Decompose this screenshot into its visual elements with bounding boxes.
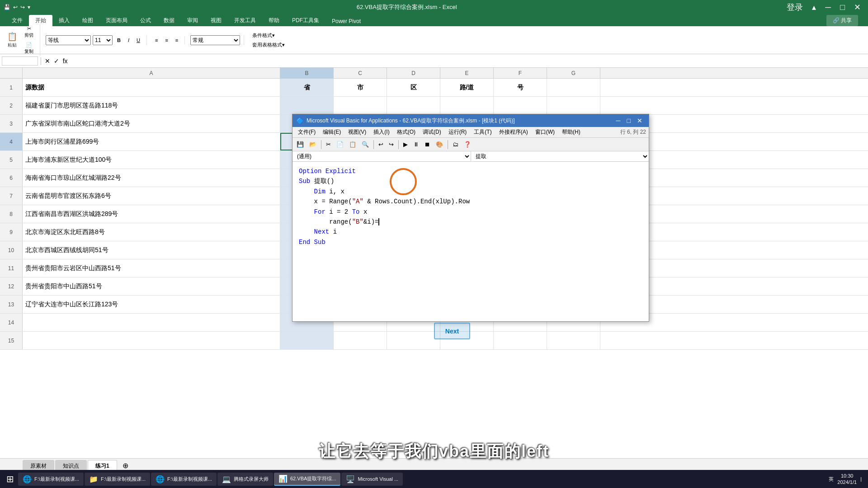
cut-button[interactable]: ✂剪切 [22,24,36,40]
maximize-button[interactable]: □ [836,2,849,13]
cell-d2[interactable] [387,97,440,114]
cell-g1[interactable] [547,79,600,96]
vba-code-area[interactable]: Option Explicit Sub 提取() Dim i, x x = Ra… [292,162,649,321]
cell-e2[interactable] [440,97,494,114]
cell-b15[interactable] [280,332,334,349]
vba-tool-copy[interactable]: 📄 [334,140,346,149]
cell-c1[interactable]: 市 [334,79,387,96]
taskbar-app-2[interactable]: 📁 F:\最新录制视频课... [85,473,150,486]
vba-menu-edit[interactable]: 编辑(E) [320,127,344,137]
close-button[interactable]: ✕ [850,1,864,13]
tab-pdf[interactable]: PDF工具集 [286,15,326,26]
vba-menu-tools[interactable]: 工具(T) [471,127,494,137]
align-right-button[interactable]: ≡ [173,36,181,44]
cell-a6[interactable]: 海南省海口市琼山区红城湖路22号 [23,169,280,187]
vba-module-select[interactable]: (通用) [292,151,471,161]
vba-proc-select[interactable]: 提取 [471,151,649,161]
taskbar-app-6[interactable]: 🖥️ Microsoft Visual ... [341,473,403,486]
cell-e1[interactable]: 路/道 [440,79,494,96]
italic-button[interactable]: I [125,36,132,44]
vba-maximize-button[interactable]: □ [624,117,633,125]
tray-show-desktop[interactable]: | [860,476,862,482]
cell-a5[interactable]: 上海市浦东新区世纪大道100号 [23,151,280,169]
vba-tool-undo[interactable]: ↩ [376,140,386,149]
tab-insert[interactable]: 插入 [52,15,76,26]
vba-tool-save[interactable]: 💾 [294,140,306,149]
vba-menu-format[interactable]: 格式(O) [394,127,418,137]
cell-a7[interactable]: 云南省昆明市官渡区拓东路6号 [23,187,280,205]
cell-a11[interactable]: 贵州省贵阳市云岩区中山西路51号 [23,259,280,277]
tab-page-layout[interactable]: 页面布局 [99,15,134,26]
font-family-select[interactable]: 等线 [46,35,91,45]
vba-close-button[interactable]: ✕ [634,117,645,125]
vba-menu-addins[interactable]: 外接程序(A) [496,127,531,137]
conditional-format-button[interactable]: 条件格式▾ [250,31,278,40]
align-center-button[interactable]: ≡ [162,36,170,44]
excel-save-icon[interactable]: 💾 [4,4,10,10]
taskbar-app-4[interactable]: 💻 腾格式录屏大师 [217,473,273,486]
cell-a2[interactable]: 福建省厦门市思明区莲岳路118号 [23,97,280,114]
copy-button[interactable]: 📄复制 [22,41,36,56]
undo-icon[interactable]: ↩ [13,4,18,10]
cell-a13[interactable]: 辽宁省大连市中山区长江路123号 [23,296,280,313]
cell-a14[interactable] [23,314,280,331]
tab-developer[interactable]: 开发工具 [228,15,262,26]
tab-view[interactable]: 视图 [204,15,228,26]
cell-d1[interactable]: 区 [387,79,440,96]
cell-a3[interactable]: 广东省深圳市南山区蛇口港湾大道2号 [23,115,280,132]
tray-lang[interactable]: 英 [829,476,834,483]
col-header-g[interactable]: G [547,68,600,79]
col-header-d[interactable]: D [387,68,440,79]
tab-power-pivot[interactable]: Power Pivot [326,16,367,26]
formula-input[interactable] [71,57,866,65]
taskbar-app-5[interactable]: 📊 62.VBA提取字符综... [274,473,340,486]
bold-button[interactable]: B [114,36,123,44]
taskbar-app-3[interactable]: 🌐 F:\最新录制视频课... [151,473,217,486]
cell-a15[interactable] [23,332,280,349]
insert-function-button[interactable]: fx [62,56,69,66]
tab-data[interactable]: 数据 [157,15,181,26]
vba-tool-help[interactable]: ❓ [462,140,473,149]
vba-tool-run[interactable]: ▶ [401,140,410,149]
tab-help[interactable]: 帮助 [262,15,286,26]
cell-a4[interactable]: 上海市闵行区浦星路699号 [23,133,280,150]
vba-menu-help[interactable]: 帮助(H) [559,127,583,137]
cancel-formula-button[interactable]: ✕ [44,56,51,66]
cell-c2[interactable] [334,97,387,114]
vba-tool-redo[interactable]: ↪ [387,140,396,149]
vba-tool-open[interactable]: 📂 [307,140,319,149]
confirm-formula-button[interactable]: ✓ [53,56,60,66]
vba-tool-find[interactable]: 🔍 [359,140,371,149]
align-left-button[interactable]: ≡ [152,36,160,44]
font-size-select[interactable]: 11 [93,35,113,45]
vba-tool-paste[interactable]: 📋 [347,140,359,149]
vba-tool-reset[interactable]: ⏹ [422,140,433,149]
vba-menu-view[interactable]: 视图(V) [345,127,369,137]
col-header-b[interactable]: B [280,68,334,79]
vba-tool-cut[interactable]: ✂ [324,140,333,149]
cell-a10[interactable]: 北京市西城区西绒线胡同51号 [23,241,280,259]
format-table-button[interactable]: 套用表格格式▾ [250,40,288,50]
cell-g2[interactable] [547,97,600,114]
cell-b1[interactable]: 省 [280,79,334,96]
vba-minimize-button[interactable]: ─ [613,117,623,125]
tab-draw[interactable]: 绘图 [76,15,99,26]
cell-a1[interactable]: 源数据 [23,79,280,96]
underline-button[interactable]: U [134,36,143,44]
vba-menu-debug[interactable]: 调试(D) [420,127,444,137]
taskbar-app-1[interactable]: 🌐 F:\最新录制视频课... [18,473,84,486]
cell-b2[interactable] [280,97,334,114]
cell-a12[interactable]: 贵州省贵阳市中山西路51号 [23,277,280,295]
vba-menu-window[interactable]: 窗口(W) [533,127,557,137]
vba-tool-break[interactable]: ⏸ [411,140,421,149]
cell-a8[interactable]: 江西省南昌市西湖区洪城路289号 [23,205,280,223]
ribbon-toggle[interactable]: ▴ [808,1,820,13]
start-button[interactable]: ⊞ [2,471,18,487]
cell-d15[interactable] [387,332,440,349]
cell-name-input[interactable]: B4 [2,56,38,66]
vba-menu-file[interactable]: 文件(F) [295,127,318,137]
cell-f2[interactable] [494,97,547,114]
share-button[interactable]: 🔗 共享 [826,15,858,26]
vba-menu-run[interactable]: 运行(R) [446,127,470,137]
paste-button[interactable]: 📋 粘贴 [5,30,20,50]
